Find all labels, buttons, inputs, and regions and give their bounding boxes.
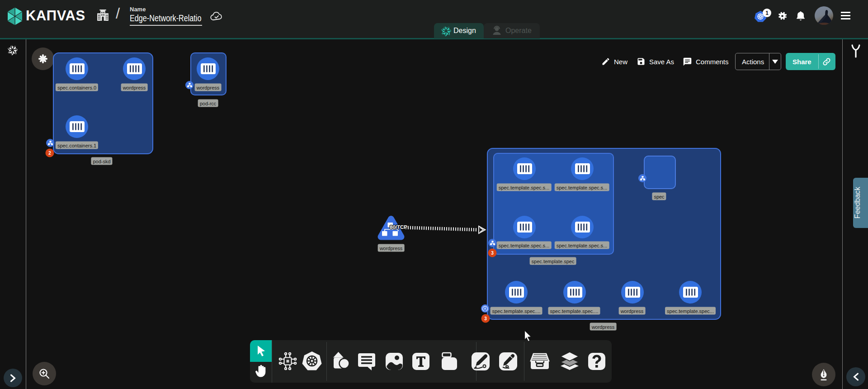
svg-text:80/TCP: 80/TCP bbox=[390, 224, 407, 230]
